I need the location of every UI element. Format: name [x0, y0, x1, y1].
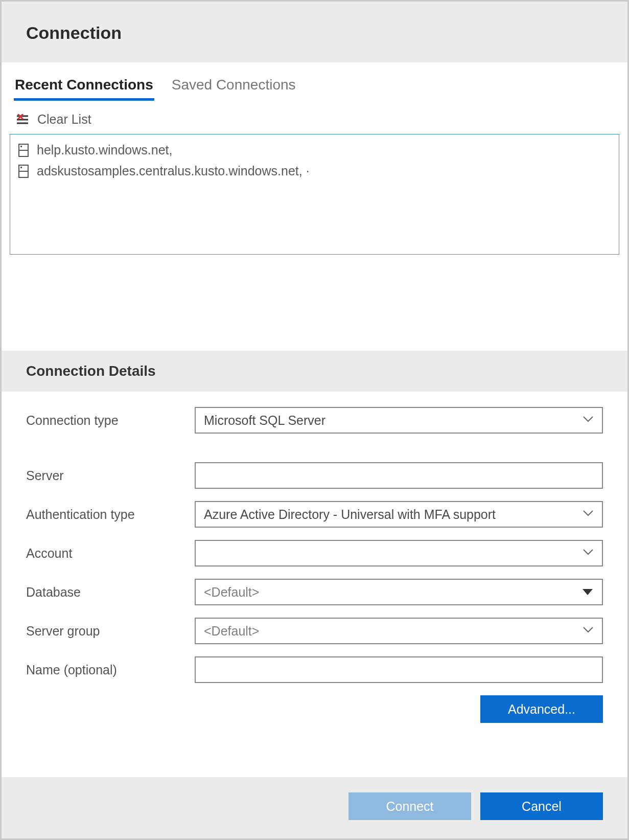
clear-list-button[interactable]: Clear List [10, 101, 619, 134]
recent-connections-list[interactable]: help.kusto.windows.net, adskustosamples.… [10, 134, 619, 255]
database-placeholder: <Default> [204, 585, 259, 600]
chevron-down-icon [583, 626, 594, 635]
chevron-down-icon [583, 549, 594, 558]
auth-type-select[interactable]: Azure Active Directory - Universal with … [195, 501, 603, 528]
list-item-label: adskustosamples.centralus.kusto.windows.… [37, 164, 310, 178]
account-select[interactable] [195, 540, 603, 566]
tabs-panel: Recent Connections Saved Connections Cle… [2, 62, 627, 259]
row-server-group: Server group <Default> [26, 618, 603, 644]
row-database: Database <Default> [26, 579, 603, 605]
row-name-optional: Name (optional) [26, 656, 603, 683]
connection-type-value: Microsoft SQL Server [204, 413, 325, 428]
label-connection-type: Connection type [26, 413, 195, 428]
server-icon [18, 144, 29, 157]
advanced-row: Advanced... [26, 695, 603, 723]
row-auth-type: Authentication type Azure Active Directo… [26, 501, 603, 528]
connection-dialog: Connection Recent Connections Saved Conn… [0, 0, 629, 840]
server-field[interactable] [204, 463, 594, 488]
details-header: Connection Details [2, 351, 627, 392]
label-server-group: Server group [26, 624, 195, 639]
details-title: Connection Details [26, 363, 603, 379]
tab-saved-connections[interactable]: Saved Connections [171, 74, 297, 101]
caret-down-icon [583, 589, 593, 595]
database-select[interactable]: <Default> [195, 579, 603, 605]
server-group-select[interactable]: <Default> [195, 618, 603, 644]
cancel-button[interactable]: Cancel [480, 792, 603, 820]
name-field[interactable] [204, 657, 594, 682]
label-name-optional: Name (optional) [26, 663, 195, 677]
clear-list-label: Clear List [37, 112, 91, 127]
connect-button[interactable]: Connect [348, 792, 471, 820]
row-server: Server [26, 462, 603, 489]
list-item-label: help.kusto.windows.net, [37, 143, 172, 157]
dialog-footer: Connect Cancel [2, 777, 627, 838]
dialog-header: Connection [2, 2, 627, 62]
clear-list-icon [17, 114, 30, 125]
connection-type-select[interactable]: Microsoft SQL Server [195, 407, 603, 434]
tab-recent-connections[interactable]: Recent Connections [14, 74, 154, 101]
chevron-down-icon [583, 510, 594, 519]
connection-form: Connection type Microsoft SQL Server Ser… [2, 392, 627, 777]
tabs: Recent Connections Saved Connections [10, 62, 619, 101]
label-account: Account [26, 546, 195, 561]
spacer [2, 259, 627, 351]
label-server: Server [26, 468, 195, 483]
dialog-title: Connection [26, 23, 603, 43]
label-database: Database [26, 585, 195, 600]
server-group-placeholder: <Default> [204, 624, 259, 639]
server-input[interactable] [195, 462, 603, 489]
list-item[interactable]: adskustosamples.centralus.kusto.windows.… [13, 161, 616, 181]
row-connection-type: Connection type Microsoft SQL Server [26, 407, 603, 434]
list-item[interactable]: help.kusto.windows.net, [13, 140, 616, 161]
advanced-button[interactable]: Advanced... [480, 695, 603, 723]
label-auth-type: Authentication type [26, 507, 195, 522]
svg-rect-7 [20, 146, 22, 147]
chevron-down-icon [583, 416, 594, 425]
svg-rect-10 [20, 167, 22, 168]
row-account: Account [26, 540, 603, 566]
auth-type-value: Azure Active Directory - Universal with … [204, 507, 496, 522]
server-icon [18, 165, 29, 178]
name-input[interactable] [195, 656, 603, 683]
